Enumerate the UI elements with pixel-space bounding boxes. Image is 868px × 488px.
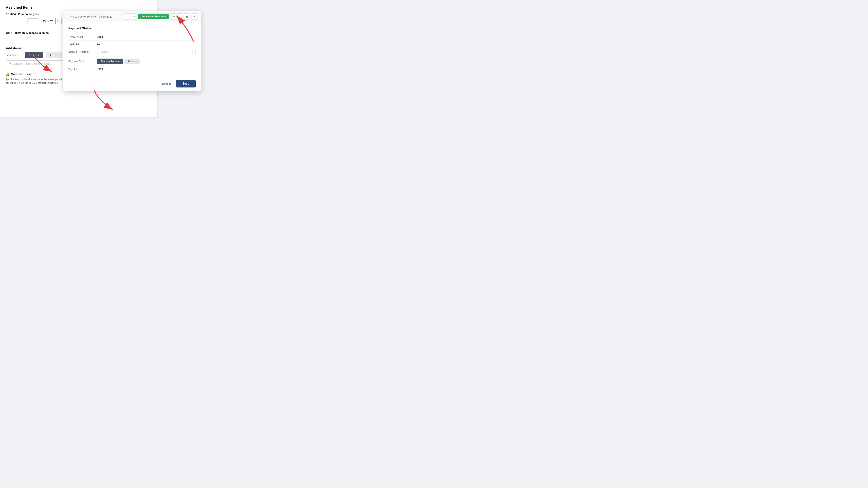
item2-qty[interactable] — [28, 37, 38, 39]
discount-program-label: Discount Program — [68, 51, 97, 53]
item1-name: Psychoanalysis — [18, 12, 39, 15]
payment-type-buttons: Payment by Item Arbitrary — [97, 59, 140, 64]
item1-delete-button[interactable]: 🗑 — [55, 18, 61, 24]
discount-select-placeholder: Select... — [100, 51, 109, 53]
item-source-label: Item Source — [6, 54, 22, 57]
invoice-button[interactable]: Invoice — [46, 53, 62, 58]
invoice-from-text: from — [87, 15, 93, 18]
total-paid-label: Total Paid — [68, 42, 97, 45]
payment-status-title: Payment Status — [68, 27, 196, 30]
bell-icon: 🔔 — [6, 72, 9, 76]
search-placeholder-text: Add item - enter a name or code... — [13, 62, 52, 65]
assigned-items-title: Assigned Items — [6, 5, 152, 9]
delete-button[interactable]: 🗑 — [184, 13, 190, 20]
help-button[interactable]: ? — [191, 13, 197, 20]
item2-sep: • — [11, 31, 12, 34]
item1-sep: • — [17, 12, 18, 15]
price-list-button[interactable]: Price List — [25, 53, 43, 58]
discount-program-row: Discount Program Select... ▾ — [68, 47, 196, 57]
total-paid-value: £0 — [97, 42, 100, 45]
discount-program-select[interactable]: Select... ▾ — [97, 49, 196, 55]
record-payment-button[interactable]: 💳 Record Payment — [138, 13, 169, 19]
notification-title-text: Send Notification — [11, 72, 36, 76]
svg-line-1 — [10, 64, 11, 65]
record-payment-icon: 💳 — [142, 15, 145, 18]
invoice-date: from 26/10/2021 — [93, 15, 112, 18]
modal-title-area: ‹ Invoice #0570 from from 26/10/2021 — [66, 15, 113, 18]
edit-label: Edit — [176, 15, 180, 18]
edit-button[interactable]: ✏ Edit — [170, 13, 183, 20]
back-arrow-button[interactable]: ‹ — [66, 15, 67, 18]
email-button[interactable]: ✉ — [131, 13, 137, 20]
arbitrary-button[interactable]: Arbitrary — [124, 59, 140, 64]
record-payment-label: Record Payment — [146, 15, 166, 18]
chevron-down-icon: ▾ — [192, 51, 193, 53]
payment-type-row: Payment Type Payment by Item Arbitrary — [68, 57, 196, 66]
payable-value: £124 — [97, 68, 103, 71]
item1-qty[interactable]: 1 — [28, 19, 38, 24]
collapse-button[interactable]: ⤢ — [124, 13, 130, 20]
modal-title: Invoice #0570 from from 26/10/2021 — [69, 15, 113, 18]
collapse-icon: ⤢ — [126, 15, 128, 18]
help-icon: ? — [194, 15, 195, 18]
invoice-number: Invoice #0570 — [69, 15, 86, 18]
payment-type-label: Payment Type — [68, 60, 97, 63]
item1-equals: = 75 — [48, 20, 53, 23]
total-amount-row: Total Amount £124 — [68, 34, 196, 40]
item1-code: PSY004 — [6, 12, 16, 15]
payable-row: Payable £124 — [68, 66, 196, 72]
search-icon — [8, 62, 11, 66]
modal-header: ‹ Invoice #0570 from from 26/10/2021 ⤢ ✉… — [63, 11, 201, 22]
item1-multiplier: x 75 — [40, 20, 45, 23]
item2-name: Follow-up Massage 30 mins — [13, 31, 49, 34]
modal-body: Payment Status Total Amount £124 Total P… — [63, 22, 201, 77]
total-amount-value: £124 — [97, 36, 103, 38]
total-paid-row: Total Paid £0 — [68, 40, 196, 47]
total-amount-label: Total Amount — [68, 36, 97, 38]
invoice-modal: ‹ Invoice #0570 from from 26/10/2021 ⤢ ✉… — [63, 11, 201, 91]
item2-code: 125 — [6, 31, 10, 34]
trash-modal-icon: 🗑 — [186, 15, 188, 18]
cancel-button[interactable]: Cancel — [160, 81, 173, 87]
payment-by-item-button[interactable]: Payment by Item — [97, 59, 123, 64]
trash-icon: 🗑 — [57, 20, 60, 23]
email-icon: ✉ — [133, 15, 135, 18]
payable-label: Payable — [68, 68, 97, 71]
modal-actions: ⤢ ✉ 💳 Record Payment ✏ Edit 🗑 ? — [124, 13, 197, 20]
save-button[interactable]: Save — [176, 80, 196, 88]
modal-footer: Cancel Save — [63, 77, 201, 91]
edit-icon: ✏ — [173, 15, 175, 18]
